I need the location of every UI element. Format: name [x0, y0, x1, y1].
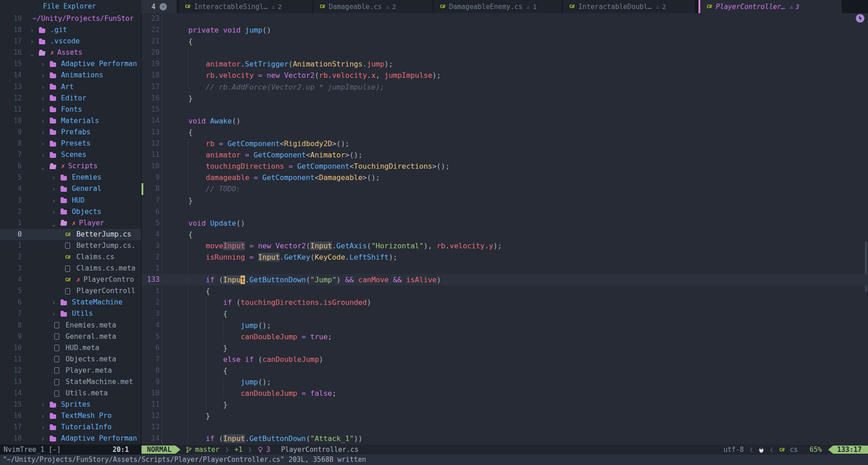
tree-row-textmesh-pro[interactable]: 16›TextMesh Pro: [0, 410, 141, 422]
tree-row-fonts[interactable]: 11›Fonts: [0, 104, 141, 115]
tab-label: InteractableDoubl…: [578, 3, 652, 11]
code-line[interactable]: 21 {: [142, 36, 868, 47]
tree-row-playercontro[interactable]: 4C#✗PlayerContro: [0, 274, 141, 285]
tree-row-art[interactable]: 13›Art: [0, 81, 141, 93]
tree-row-editor[interactable]: 12›Editor: [0, 93, 141, 104]
folder-icon: [50, 62, 57, 67]
code-line[interactable]: 14 void Awake(): [142, 115, 868, 127]
code-line[interactable]: 7 }: [142, 195, 868, 206]
code-line[interactable]: 8 {: [142, 365, 868, 376]
tree-row-hud-meta[interactable]: 10HUD.meta: [0, 342, 141, 354]
tree-row-sprites[interactable]: 15›Sprites: [0, 399, 141, 410]
tree-line-number: 13: [0, 81, 22, 93]
tree-row-animations[interactable]: 14›Animations: [0, 70, 141, 81]
line-number: 20: [144, 47, 160, 58]
csharp-file-icon: C#: [65, 251, 72, 263]
tree-row-betterjump-cs[interactable]: 0C#BetterJump.cs: [0, 229, 141, 240]
code-line[interactable]: 2 isRunning = Input.GetKey(KeyCode.LeftS…: [142, 251, 868, 263]
tree-row-enemies[interactable]: 5›Enemies: [0, 172, 141, 183]
code-line[interactable]: 20: [142, 47, 868, 58]
tree-row-general[interactable]: 4›General: [0, 183, 141, 195]
code-line[interactable]: 11 }: [142, 399, 868, 410]
tree-row-utils[interactable]: 7›Utils: [0, 308, 141, 319]
tab-damageable-cs[interactable]: C#Damageable.cs⚠2: [313, 0, 433, 13]
code-line[interactable]: 7 else if (canDoubleJump): [142, 354, 868, 365]
code-line[interactable]: 22 private void jump(): [142, 24, 868, 36]
tree-row-claims-cs[interactable]: 2C#Claims.cs: [0, 251, 141, 263]
code-line[interactable]: 4 jump();: [142, 320, 868, 331]
code-editor[interactable]: 2322 private void jump()21 {2019 animato…: [142, 13, 868, 445]
tab-playercontroller-[interactable]: C#PlayerController…⚠3: [698, 0, 842, 13]
hidden-buffers-indicator[interactable]: 4 ‹: [142, 0, 177, 13]
tree-row-scripts[interactable]: 6⌄✗Scripts: [0, 161, 141, 172]
tree-row-adaptive-performan[interactable]: 15›Adaptive Performan: [0, 58, 141, 70]
code-line[interactable]: 18 rb.velocity = new Vector2(rb.velocity…: [142, 70, 868, 81]
code-line[interactable]: 2 if (touchingDirections.isGrounded): [142, 297, 868, 308]
code-line[interactable]: 13: [142, 422, 868, 433]
code-text: canDoubleJump = true;: [171, 331, 332, 342]
tree-row-hud[interactable]: 3›HUD: [0, 195, 141, 206]
code-line[interactable]: 17 // rb.AddForce(Vector2.up * jumpImpul…: [142, 81, 868, 93]
line-number: 14: [144, 433, 160, 444]
tab-interactablesingl-[interactable]: C#InteractableSingl…⚠2: [179, 0, 312, 13]
tree-row-tutorialinfo[interactable]: 17›TutorialInfo: [0, 422, 141, 433]
code-line[interactable]: 4 {: [142, 229, 868, 240]
code-line[interactable]: 9 jump();: [142, 376, 868, 388]
code-line[interactable]: 10 touchingDirections = GetComponent<Tou…: [142, 161, 868, 172]
tree-row-presets[interactable]: 8›Presets: [0, 138, 141, 149]
tree-row-utils-meta[interactable]: 14Utils.meta: [0, 388, 141, 399]
tree-row-objects-meta[interactable]: 11Objects.meta: [0, 354, 141, 365]
tree-row-statemachine-met[interactable]: 13StateMachine.met: [0, 376, 141, 388]
code-line[interactable]: 8 // TODO:: [142, 183, 868, 195]
code-line[interactable]: 12 rb = GetComponent<Rigidbody2D>();: [142, 138, 868, 149]
code-line[interactable]: 9 damageable = GetComponent<Damageable>(…: [142, 172, 868, 183]
code-line[interactable]: 15: [142, 104, 868, 115]
lightning-badge-icon[interactable]: ϟ: [856, 14, 864, 23]
tree-row-content: ›.vscode: [22, 36, 80, 47]
code-line[interactable]: 16 }: [142, 93, 868, 104]
tree-row-prefabs[interactable]: 9›Prefabs: [0, 127, 141, 138]
code-line[interactable]: 19 animator.SetTrigger(AnimationStrings.…: [142, 58, 868, 70]
tree-row-enemies-meta[interactable]: 8Enemies.meta: [0, 320, 141, 331]
code-line[interactable]: 23: [142, 13, 868, 24]
tab-damageableenemy-cs[interactable]: C#DamageableEnemy.cs⚠1: [434, 0, 562, 13]
code-line[interactable]: 1: [142, 263, 868, 274]
tree-row--unity-projects-funstor[interactable]: 19~/Unity/Projects/FunStor: [0, 13, 141, 24]
tree-row--vscode[interactable]: 17›.vscode: [0, 36, 141, 47]
tree-row--git[interactable]: 18›.git: [0, 24, 141, 36]
code-line[interactable]: 5 canDoubleJump = true;: [142, 331, 868, 342]
tree-row-playercontroll[interactable]: 5PlayerControll: [0, 285, 141, 297]
tree-row-player-meta[interactable]: 12Player.meta: [0, 365, 141, 376]
code-line[interactable]: 12 }: [142, 410, 868, 422]
tree-row-content: ⌄✗Player: [22, 218, 104, 229]
tab-interactabledoubl-[interactable]: C#InteractableDoubl…⚠2: [563, 0, 695, 13]
code-line[interactable]: 10 canDoubleJump = false;: [142, 388, 868, 399]
tree-item-label: BetterJump.cs.: [76, 240, 136, 251]
code-line[interactable]: 5 void Update(): [142, 218, 868, 229]
tree-row-betterjump-cs-[interactable]: 1BetterJump.cs.: [0, 240, 141, 251]
code-line[interactable]: 11 animator = GetComponent<Animator>();: [142, 149, 868, 161]
tree-row-statemachine[interactable]: 6›StateMachine: [0, 297, 141, 308]
tree-row-objects[interactable]: 2›Objects: [0, 206, 141, 218]
warning-count: 2: [278, 3, 282, 10]
code-line[interactable]: 3 moveInput = new Vector2(Input.GetAxis(…: [142, 240, 868, 251]
tree-row-materials[interactable]: 10›Materials: [0, 115, 141, 127]
tree-row-claims-cs-meta[interactable]: 3Claims.cs.meta: [0, 263, 141, 274]
code-line[interactable]: 3 {: [142, 308, 868, 319]
code-line[interactable]: 6 }: [142, 342, 868, 354]
code-line[interactable]: 13 {: [142, 127, 868, 138]
code-text: if (Input.GetButtonDown("Jump") && canMo…: [171, 274, 441, 285]
file-icon: [54, 356, 61, 362]
tree-item-label: Prefabs: [61, 127, 90, 138]
command-line-message: "~/Unity/Projects/FunStory/Assets/Script…: [0, 455, 868, 465]
code-line-current[interactable]: 133 if (Input.GetButtonDown("Jump") && c…: [142, 274, 868, 285]
code-line[interactable]: 14 if (Input.GetButtonDown("Attack_1")): [142, 433, 868, 444]
tree-row-general-meta[interactable]: 9General.meta: [0, 331, 141, 342]
tree-row-scenes[interactable]: 7›Scenes: [0, 149, 141, 161]
tree-line-number: 8: [0, 320, 22, 331]
tree-row-adaptive-performan[interactable]: 18›Adaptive Performan: [0, 433, 141, 444]
code-line[interactable]: 1 {: [142, 285, 868, 297]
tree-row-player[interactable]: 1⌄✗Player: [0, 218, 141, 229]
tree-row-assets[interactable]: 16⌄✗Assets: [0, 47, 141, 58]
code-line[interactable]: 6: [142, 206, 868, 218]
